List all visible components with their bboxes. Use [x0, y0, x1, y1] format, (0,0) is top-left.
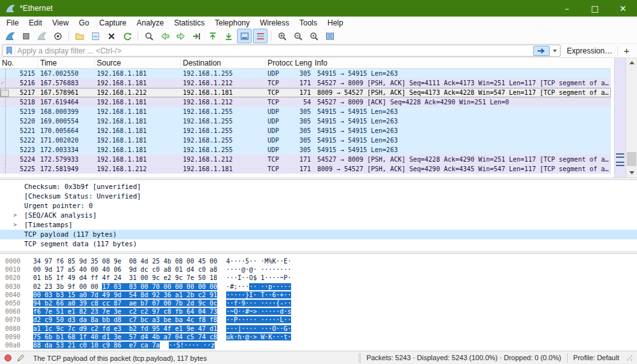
- zoom-in-icon[interactable]: [275, 29, 289, 43]
- menu-wireless[interactable]: Wireless: [255, 17, 294, 29]
- capture-options-icon[interactable]: [50, 29, 65, 43]
- close-button[interactable]: ✕: [609, 0, 637, 17]
- toolbar-separator: [138, 31, 138, 41]
- open-file-icon[interactable]: [72, 29, 87, 43]
- hex-row[interactable]: 009075 6b b1 68 1f 40 d1 3e 57 d4 4b a7 …: [5, 333, 637, 341]
- hex-row[interactable]: 0060f6 7e 51 e1 82 23 7e 3e c2 c2 97 c8 …: [5, 307, 637, 316]
- maximize-button[interactable]: □: [581, 0, 609, 17]
- hex-bytes: f6 7e 51 e1 82 23 7e 3e c2 c2 97 c8 fb 6…: [33, 307, 217, 316]
- detail-row[interactable]: [Checksum Status: Unverified]: [0, 192, 637, 201]
- close-file-icon[interactable]: [104, 29, 118, 43]
- zoom-out-icon[interactable]: [290, 29, 305, 43]
- col-no[interactable]: No.: [0, 58, 38, 68]
- hex-bytes: 01 b5 1f 49 d4 ff 4f 24 31 00 9c e2 9c 7…: [33, 274, 217, 282]
- display-filter-input[interactable]: [17, 46, 533, 55]
- go-back-icon[interactable]: [157, 29, 172, 43]
- scroll-down-icon[interactable]: [626, 168, 637, 178]
- auto-scroll-icon[interactable]: [237, 29, 252, 43]
- hex-row[interactable]: 001000 9d 17 a5 40 00 40 06 9d dc c0 a8 …: [5, 265, 637, 274]
- detail-row[interactable]: >[SEQ/ACK analysis]: [0, 211, 637, 220]
- go-last-icon[interactable]: [221, 29, 236, 43]
- col-info[interactable]: Info: [313, 58, 611, 68]
- cell-length: 171: [293, 88, 313, 97]
- colorize-icon[interactable]: [253, 29, 268, 43]
- hex-row[interactable]: 00a088 da 53 21 c0 10 c9 86 e7 ca 7a··S!…: [5, 341, 637, 349]
- zoom-original-icon[interactable]: [306, 29, 321, 43]
- packet-list-scrollbar[interactable]: [626, 58, 637, 178]
- menu-statistics[interactable]: Statistics: [169, 17, 210, 29]
- packet-row-5224[interactable]: 5224172.579933192.168.1.181192.168.1.212…: [0, 155, 611, 164]
- expander-chevron-icon[interactable]: >: [13, 220, 17, 230]
- packet-row-5219[interactable]: 5219168.000399192.168.1.181192.168.1.255…: [0, 107, 611, 116]
- col-time[interactable]: Time: [38, 58, 95, 68]
- packet-minimap[interactable]: [614, 58, 626, 178]
- col-protocol[interactable]: Protocol: [266, 58, 293, 68]
- detail-row[interactable]: >[Timestamps]: [0, 220, 637, 230]
- hex-row[interactable]: 000034 97 f6 85 9d 35 08 9e 08 4d 25 4b …: [5, 257, 637, 265]
- detail-row[interactable]: Checksum: 0x3b9f [unverified]: [0, 182, 637, 192]
- packet-row-5218[interactable]: 5218167.619464192.168.1.181192.168.1.212…: [0, 97, 611, 107]
- menu-analyze[interactable]: Analyze: [132, 17, 169, 29]
- hex-row[interactable]: 002001 b5 1f 49 d4 ff 4f 24 31 00 9c e2 …: [5, 274, 637, 282]
- find-packet-icon[interactable]: [141, 29, 156, 43]
- col-source[interactable]: Source: [95, 58, 181, 68]
- menu-help[interactable]: Help: [322, 17, 348, 29]
- detail-row[interactable]: Urgent pointer: 0: [0, 201, 637, 211]
- menu-edit[interactable]: Edit: [24, 17, 47, 29]
- expression-button[interactable]: Expression…: [561, 46, 617, 55]
- hex-row[interactable]: 0080a1 1c 9c 7c d9 c2 fd e3 b2 fd 95 4f …: [5, 325, 637, 333]
- go-first-icon[interactable]: [205, 29, 220, 43]
- hex-row[interactable]: 0070d2 c9 50 d3 da 8a bb d8 c7 bc a3 be …: [5, 316, 637, 324]
- add-filter-button[interactable]: +: [617, 46, 635, 55]
- menu-view[interactable]: View: [47, 17, 74, 29]
- row-gutter: [0, 107, 13, 116]
- expander-chevron-icon[interactable]: >: [13, 211, 17, 220]
- col-length[interactable]: Length: [293, 58, 313, 68]
- packet-row-5223[interactable]: 5223172.003334192.168.1.181192.168.1.255…: [0, 145, 611, 155]
- menu-tools[interactable]: Tools: [294, 17, 322, 29]
- ascii-bytes: ···I··O$ 1····~P·: [226, 274, 291, 282]
- title-bar: *Ethernet –□✕: [0, 0, 637, 17]
- col-destination[interactable]: Destination: [181, 58, 266, 68]
- capture-comment-icon[interactable]: [17, 354, 25, 362]
- cell-destination: 192.168.1.181: [181, 88, 266, 97]
- apply-filter-button[interactable]: [533, 46, 550, 56]
- expert-info-icon[interactable]: [4, 354, 12, 362]
- restart-capture-icon[interactable]: [34, 29, 49, 43]
- detail-row[interactable]: TCP segment data (117 bytes): [0, 239, 637, 249]
- ascii-bytes: ····@·@· ········: [226, 265, 291, 274]
- hex-row[interactable]: 005094 b2 66 a0 39 c8 cc 87 ae b7 07 00 …: [5, 299, 637, 307]
- scrollbar-thumb[interactable]: [627, 152, 636, 166]
- go-forward-icon[interactable]: [173, 29, 188, 43]
- scroll-up-icon[interactable]: [626, 58, 637, 67]
- detail-row[interactable]: TCP payload (117 bytes): [0, 230, 637, 239]
- packet-row-5225[interactable]: 5225172.581949192.168.1.212192.168.1.181…: [0, 164, 611, 174]
- start-capture-icon[interactable]: [3, 29, 17, 43]
- packet-row-5221[interactable]: 5221170.005664192.168.1.181192.168.1.255…: [0, 126, 611, 136]
- menu-telephony[interactable]: Telephony: [210, 17, 255, 29]
- cell-no: 5219: [13, 107, 38, 116]
- go-to-packet-icon[interactable]: [189, 29, 204, 43]
- hex-row[interactable]: 003002 23 3b 9f 00 00 17 03 03 00 70 00 …: [5, 283, 637, 291]
- reload-file-icon[interactable]: [120, 29, 134, 43]
- packet-row-5216[interactable]: ✓5216167.576883192.168.1.181192.168.1.21…: [0, 78, 611, 88]
- packet-row-5215[interactable]: 5215167.002550192.168.1.181192.168.1.255…: [0, 69, 611, 78]
- resize-grip[interactable]: [626, 354, 633, 361]
- packet-row-5222[interactable]: 5222171.002020192.168.1.181192.168.1.255…: [0, 136, 611, 145]
- packet-row-5220[interactable]: 5220169.000554192.168.1.181192.168.1.255…: [0, 116, 611, 126]
- menu-go[interactable]: Go: [74, 17, 94, 29]
- cell-time: 169.000554: [38, 116, 95, 126]
- stop-capture-icon[interactable]: [18, 29, 33, 43]
- filter-bookmark-icon[interactable]: [4, 46, 15, 55]
- filter-dropdown-caret[interactable]: [551, 50, 559, 52]
- minimize-button[interactable]: –: [553, 0, 581, 17]
- cell-time: 167.578961: [38, 88, 95, 97]
- menu-file[interactable]: File: [1, 17, 24, 29]
- menu-capture[interactable]: Capture: [94, 17, 132, 29]
- save-file-icon[interactable]: [88, 29, 103, 43]
- packet-row-5217[interactable]: 5217167.578961192.168.1.212192.168.1.181…: [0, 88, 611, 97]
- hex-row[interactable]: 004000 03 b3 15 a0 7d 49 9d 54 8d 92 36 …: [5, 291, 637, 299]
- profile-label[interactable]: Profile: Default: [567, 353, 625, 363]
- resize-columns-icon[interactable]: [322, 29, 337, 43]
- wireshark-window: *Ethernet –□✕ FileEditViewGoCaptureAnaly…: [0, 0, 637, 364]
